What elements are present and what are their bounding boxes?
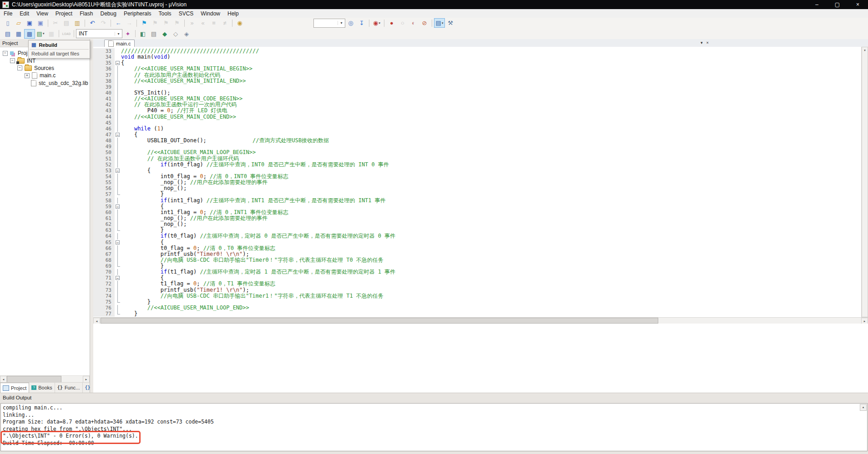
menu-view[interactable]: View: [33, 10, 52, 17]
menu-help[interactable]: Help: [224, 10, 242, 17]
redo-button[interactable]: ↷: [98, 18, 109, 28]
build-target-button[interactable]: ▦: [13, 29, 24, 39]
code-token: _nop_();: [121, 179, 190, 185]
menu-svcs[interactable]: SVCS: [175, 10, 197, 17]
panel-tab-project[interactable]: Project: [0, 383, 29, 393]
target-select[interactable]: INT▾: [76, 29, 122, 38]
books-button[interactable]: ▤: [148, 29, 159, 39]
comment-selection-button[interactable]: ≡: [208, 18, 219, 28]
tree-item-main-c[interactable]: +main.c: [0, 72, 90, 79]
tab-main-c[interactable]: main.c: [104, 40, 135, 47]
rebuild-all-target-files-button[interactable]: ▩: [24, 29, 35, 39]
collapse-icon[interactable]: −: [3, 51, 8, 56]
start-stop-debug-button[interactable]: ◉▾: [371, 18, 382, 28]
batch-build-button[interactable]: ▤▾: [35, 29, 46, 39]
pack-installer-button[interactable]: ◇: [170, 29, 181, 39]
menu-edit[interactable]: Edit: [16, 10, 33, 17]
insert-breakpoint-button[interactable]: ●: [386, 18, 397, 28]
scrollbar-thumb[interactable]: [101, 318, 658, 324]
scroll-down-icon[interactable]: ▾: [862, 47, 868, 317]
window-layout-button[interactable]: ▤▾: [434, 18, 445, 28]
incremental-find-button[interactable]: ↧: [356, 18, 367, 28]
next-bookmark-button[interactable]: ⚑: [161, 18, 172, 28]
clear-all-bookmarks-button[interactable]: ⚑: [172, 18, 182, 28]
save-button[interactable]: ▣: [24, 18, 35, 28]
scroll-left-icon[interactable]: ◂: [93, 318, 100, 324]
translate-file-button[interactable]: ▤: [2, 29, 13, 39]
download-to-flash-button[interactable]: LOAD: [61, 29, 72, 39]
fold-collapse-icon[interactable]: [115, 275, 121, 281]
options-for-target-button[interactable]: ✦: [122, 29, 133, 39]
uncomment-selection-button[interactable]: ≠: [219, 18, 230, 28]
undo-button[interactable]: ↶: [87, 18, 98, 28]
tree-item-sources[interactable]: −Sources: [0, 65, 90, 72]
find-in-files-button[interactable]: ◉: [234, 18, 245, 28]
manage-components-button[interactable]: ◧: [137, 29, 148, 39]
code-token: "Timer0! \r\n": [197, 251, 242, 257]
toolbar-separator: [369, 20, 369, 27]
build-output-log[interactable]: compiling main.c...linking...Program Siz…: [0, 403, 868, 451]
new-file-button[interactable]: ▯: [2, 18, 13, 28]
maximize-button[interactable]: ▢: [827, 0, 848, 9]
fold-collapse-icon[interactable]: [115, 132, 121, 138]
previous-bookmark-button[interactable]: ⚑: [150, 18, 161, 28]
manage-rte-button[interactable]: ◆: [159, 29, 170, 39]
scroll-right-icon[interactable]: ▸: [861, 318, 868, 324]
indent-button[interactable]: »: [187, 18, 197, 28]
close-button[interactable]: ×: [848, 0, 868, 9]
navigate-back-button[interactable]: ←: [113, 18, 124, 28]
panel-tab-label: Project: [11, 385, 26, 391]
fold-collapse-icon[interactable]: [115, 60, 121, 66]
stop-build-button[interactable]: ▦: [46, 29, 57, 39]
fold-collapse-icon[interactable]: [115, 204, 121, 210]
copy-button[interactable]: ▤: [61, 18, 72, 28]
scroll-left-icon[interactable]: ◂: [0, 376, 7, 383]
menu-project[interactable]: Project: [52, 10, 76, 17]
scroll-up-icon[interactable]: ▴: [860, 404, 867, 411]
insert-bookmark-button[interactable]: ⚑: [139, 18, 150, 28]
navigate-forward-button[interactable]: →: [124, 18, 135, 28]
cut-button[interactable]: ✂: [50, 18, 61, 28]
line-number: 65: [93, 239, 115, 245]
menu-debug[interactable]: Debug: [97, 10, 120, 17]
outdent-button[interactable]: «: [197, 18, 208, 28]
menu-file[interactable]: File: [0, 10, 16, 17]
save-all-button[interactable]: ▣: [35, 18, 46, 28]
fold-margin: [115, 227, 121, 233]
kill-all-breakpoints-button[interactable]: ⊘: [419, 18, 430, 28]
fold-collapse-icon[interactable]: [115, 168, 121, 174]
line-number: 49: [93, 144, 115, 150]
editor-hscrollbar[interactable]: ◂ ▸: [93, 317, 868, 324]
menu-window[interactable]: Window: [197, 10, 224, 17]
collapse-icon[interactable]: −: [17, 65, 22, 70]
panel-splitter[interactable]: [90, 39, 93, 393]
expand-icon[interactable]: +: [25, 73, 30, 78]
menu-flash[interactable]: Flash: [76, 10, 96, 17]
menu-peripherals[interactable]: Peripherals: [120, 10, 155, 17]
scroll-right-icon[interactable]: ▸: [83, 376, 90, 383]
line-number: 48: [93, 138, 115, 144]
close-document-icon[interactable]: ×: [707, 40, 709, 45]
find-button[interactable]: ◎: [345, 18, 356, 28]
open-file-button[interactable]: ▱: [13, 18, 24, 28]
chevron-down-icon[interactable]: ▾: [115, 32, 122, 36]
paste-button[interactable]: ▥: [72, 18, 83, 28]
collapse-icon[interactable]: −: [10, 58, 15, 63]
chevron-down-icon[interactable]: ▾: [338, 21, 345, 25]
panel-tab-books[interactable]: ?Books: [29, 383, 55, 393]
tree-item-stc-usb-cdc-32g-lib[interactable]: stc_usb_cdc_32g.lib: [0, 80, 90, 87]
debug-settings-button[interactable]: ◈: [181, 29, 192, 39]
editor-vscrollbar[interactable]: ▴ ▾: [861, 47, 868, 317]
configure-tools-button[interactable]: ⚒: [445, 18, 456, 28]
scrollbar-thumb[interactable]: [7, 376, 61, 383]
panel-tab-func[interactable]: {}Func...: [55, 383, 83, 393]
enable-disable-breakpoint-button[interactable]: ○: [397, 18, 408, 28]
code-editor[interactable]: 33//////////////////////////////////////…: [93, 47, 868, 317]
project-tree-hscrollbar[interactable]: ◂ ▸: [0, 375, 90, 383]
menu-tools[interactable]: Tools: [155, 10, 175, 17]
tab-list-icon[interactable]: ▾: [701, 40, 703, 45]
minimize-button[interactable]: –: [807, 0, 827, 9]
find-combo[interactable]: ▾: [313, 19, 345, 28]
fold-collapse-icon[interactable]: [115, 239, 121, 245]
disable-all-breakpoints-button[interactable]: ◐: [408, 18, 419, 28]
